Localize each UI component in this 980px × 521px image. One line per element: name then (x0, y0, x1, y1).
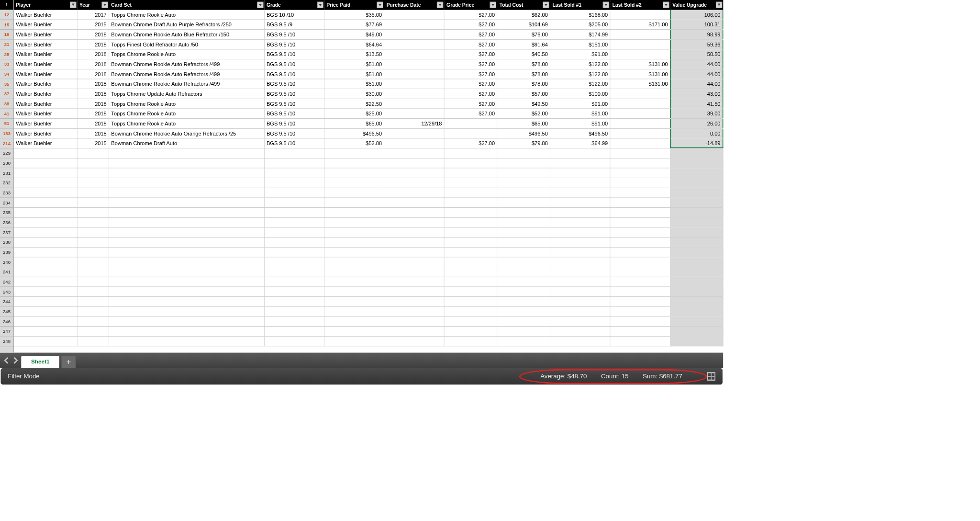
cell-empty[interactable] (264, 257, 324, 267)
cell-empty[interactable] (324, 227, 384, 237)
cell-empty[interactable] (324, 267, 384, 277)
cell-year[interactable]: 2015 (78, 138, 109, 148)
cell-empty[interactable] (78, 307, 109, 317)
cell-empty[interactable] (670, 188, 724, 198)
cell-empty[interactable] (324, 198, 384, 207)
cell-empty[interactable] (384, 248, 444, 257)
cell-grade[interactable]: BGS 9.5 /10 (264, 119, 324, 128)
cell-empty[interactable] (384, 178, 444, 188)
row-header[interactable]: 236 (0, 218, 13, 228)
cell-pdate[interactable]: 12/29/18 (384, 119, 444, 128)
cell-empty[interactable] (14, 287, 78, 296)
cell-empty[interactable] (264, 238, 324, 247)
cell-year[interactable]: 2018 (78, 69, 109, 79)
row-header[interactable]: 214 (0, 138, 13, 148)
cell-vup[interactable]: 41.50 (670, 99, 724, 109)
cell-tcost[interactable]: $40.50 (497, 49, 550, 59)
cell-vup[interactable]: 44.00 (670, 59, 724, 69)
cell-empty[interactable] (445, 227, 498, 237)
cell-player[interactable]: Walker Buehler (14, 69, 78, 79)
cell-empty[interactable] (264, 227, 324, 237)
cell-tcost[interactable]: $79.88 (497, 138, 550, 148)
cell-empty[interactable] (14, 208, 78, 217)
cell-cardset[interactable]: Bowman Chrome Draft Auto Purple Refracto… (109, 20, 265, 29)
cell-price[interactable]: $35.00 (324, 10, 384, 20)
cell-ls2[interactable] (610, 109, 670, 118)
column-header-gprice[interactable]: Grade Price (445, 0, 498, 10)
cell-ls1[interactable]: $122.00 (550, 69, 610, 79)
cell-empty[interactable] (78, 297, 109, 306)
cell-empty[interactable] (610, 198, 670, 207)
cell-empty[interactable] (14, 327, 78, 336)
row-header[interactable]: 21 (0, 40, 13, 50)
cell-vup[interactable]: -14.89 (670, 138, 724, 148)
cell-empty[interactable] (109, 208, 265, 217)
cell-tcost[interactable]: $57.00 (497, 89, 550, 99)
cell-ls2[interactable]: $171.00 (610, 20, 670, 29)
row-header[interactable]: 15 (0, 20, 13, 30)
cell-pdate[interactable] (384, 79, 444, 89)
cell-empty[interactable] (78, 238, 109, 247)
cell-empty[interactable] (264, 248, 324, 257)
cell-empty[interactable] (610, 317, 670, 326)
cell-empty[interactable] (610, 148, 670, 158)
cell-ls2[interactable] (610, 99, 670, 109)
cell-year[interactable]: 2017 (78, 10, 109, 20)
cell-ls2[interactable] (610, 10, 670, 20)
cell-gprice[interactable]: $27.00 (445, 30, 498, 39)
cell-empty[interactable] (497, 168, 550, 178)
cell-grade[interactable]: BGS 9.5 /10 (264, 129, 324, 138)
cell-tcost[interactable]: $49.50 (497, 99, 550, 109)
filter-dropdown-icon[interactable] (490, 2, 496, 8)
row-header[interactable]: 133 (0, 129, 13, 139)
cell-tcost[interactable]: $91.64 (497, 40, 550, 49)
cell-empty[interactable] (610, 277, 670, 287)
cell-year[interactable]: 2018 (78, 119, 109, 128)
cell-vup[interactable]: 98.99 (670, 30, 724, 39)
cell-empty[interactable] (264, 277, 324, 287)
cell-player[interactable]: Walker Buehler (14, 59, 78, 69)
cell-empty[interactable] (109, 297, 265, 306)
cell-ls2[interactable] (610, 138, 670, 148)
cell-ls1[interactable]: $122.00 (550, 79, 610, 89)
cell-pdate[interactable] (384, 49, 444, 59)
cell-empty[interactable] (670, 287, 724, 296)
cell-empty[interactable] (384, 267, 444, 277)
cell-empty[interactable] (14, 178, 78, 188)
cell-empty[interactable] (324, 277, 384, 287)
cell-empty[interactable] (550, 148, 610, 158)
select-all-corner[interactable]: 1 (0, 0, 13, 10)
cell-grade[interactable]: BGS 9.5 /10 (264, 40, 324, 49)
cell-cardset[interactable]: Topps Chrome Rookie Auto (109, 99, 265, 109)
cell-player[interactable]: Walker Buehler (14, 49, 78, 59)
cell-empty[interactable] (445, 178, 498, 188)
cell-empty[interactable] (497, 257, 550, 267)
cell-empty[interactable] (14, 168, 78, 178)
cell-empty[interactable] (109, 287, 265, 296)
cell-empty[interactable] (14, 159, 78, 168)
cell-empty[interactable] (550, 218, 610, 227)
cell-cardset[interactable]: Topps Finest Gold Refractor Auto /50 (109, 40, 265, 49)
cell-cardset[interactable]: Topps Chrome Rookie Auto (109, 109, 265, 118)
cell-empty[interactable] (670, 248, 724, 257)
cell-ls1[interactable]: $496.50 (550, 129, 610, 138)
row-header[interactable]: 246 (0, 317, 13, 327)
cell-empty[interactable] (670, 198, 724, 207)
cell-empty[interactable] (14, 188, 78, 198)
cell-empty[interactable] (14, 277, 78, 287)
cell-vup[interactable]: 0.00 (670, 129, 724, 138)
cell-empty[interactable] (109, 277, 265, 287)
cell-empty[interactable] (610, 159, 670, 168)
cell-empty[interactable] (324, 168, 384, 178)
cell-vup[interactable]: 44.00 (670, 79, 724, 89)
cell-empty[interactable] (497, 297, 550, 306)
cell-empty[interactable] (384, 317, 444, 326)
cell-empty[interactable] (78, 227, 109, 237)
cell-empty[interactable] (109, 307, 265, 317)
cell-empty[interactable] (610, 267, 670, 277)
cell-empty[interactable] (550, 159, 610, 168)
cell-ls1[interactable]: $174.99 (550, 30, 610, 39)
cell-empty[interactable] (384, 297, 444, 306)
row-header[interactable]: 41 (0, 109, 13, 119)
cell-grade[interactable]: BGS 9.5 /10 (264, 69, 324, 79)
